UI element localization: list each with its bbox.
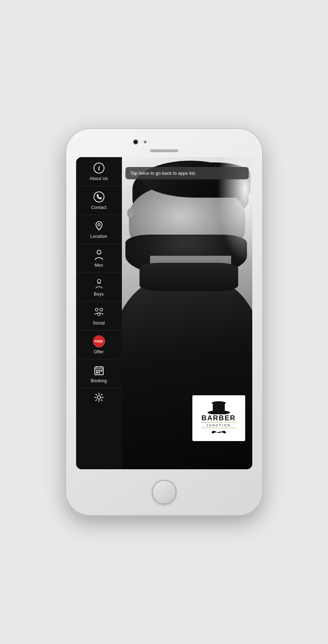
sidebar-label-boys: Boys [94, 292, 104, 297]
svg-point-18 [97, 396, 101, 399]
phone-speaker [150, 149, 178, 152]
location-icon [93, 219, 105, 232]
logo-junction-text: · JUNCTION · [201, 422, 236, 428]
svg-point-5 [97, 279, 101, 283]
booking-icon [93, 364, 105, 377]
logo-hat-icon [206, 400, 231, 414]
volume-mute-button[interactable] [65, 185, 66, 198]
svg-point-4 [97, 250, 101, 254]
home-button[interactable] [152, 480, 177, 504]
main-content: Tap twice to go back to apps list. BARBE… [122, 157, 252, 469]
settings-icon [93, 391, 105, 404]
logo-barber-text: BARBER [202, 414, 236, 421]
sidebar-label-men: Men [94, 263, 103, 268]
logo-mustache-icon [210, 429, 228, 436]
boys-icon [93, 277, 105, 290]
sidebar-item-offer[interactable]: FREE Offer [76, 330, 122, 359]
svg-point-2 [94, 192, 104, 202]
free-badge: FREE [93, 335, 105, 347]
men-icon [93, 248, 105, 261]
phone-screen: i About Us Contact [76, 157, 252, 469]
svg-rect-17 [98, 372, 100, 373]
svg-rect-15 [100, 370, 102, 371]
barber-junction-logo: BARBER · JUNCTION · [192, 395, 245, 441]
sidebar-item-settings[interactable] [76, 388, 122, 408]
social-icon [93, 306, 105, 319]
phone-dot [144, 141, 147, 143]
svg-point-6 [95, 308, 98, 311]
volume-up-button[interactable] [65, 205, 66, 226]
svg-point-7 [100, 308, 103, 311]
sidebar-label-about-us: About Us [90, 176, 108, 181]
notification-text: Tap twice to go back to apps list. [130, 171, 196, 176]
svg-point-21 [212, 401, 226, 405]
svg-text:i: i [98, 165, 100, 172]
volume-down-button[interactable] [65, 231, 66, 252]
svg-rect-16 [96, 372, 98, 373]
power-button[interactable] [262, 217, 264, 249]
sidebar-item-about-us[interactable]: i About Us [76, 157, 122, 186]
sidebar-item-boys[interactable]: Boys [76, 273, 122, 302]
notification-banner: Tap twice to go back to apps list. [125, 167, 249, 179]
phone-frame: i About Us Contact [66, 128, 263, 516]
svg-rect-13 [96, 370, 98, 371]
sidebar-label-contact: Contact [91, 205, 106, 210]
offer-icon: FREE [93, 335, 105, 348]
sidebar-item-social[interactable]: Social [76, 302, 122, 330]
sidebar-label-social: Social [93, 321, 105, 326]
info-icon: i [93, 162, 105, 174]
phone-camera [133, 140, 138, 144]
sidebar-item-men[interactable]: Men [76, 244, 122, 273]
sidebar-label-offer: Offer [94, 349, 104, 354]
sidebar-nav: i About Us Contact [76, 157, 122, 469]
sidebar-label-booking: Booking [91, 378, 107, 383]
phone-icon [93, 191, 105, 203]
sidebar-label-location: Location [91, 234, 107, 239]
sidebar-item-location[interactable]: Location [76, 215, 122, 244]
sidebar-item-contact[interactable]: Contact [76, 186, 122, 215]
svg-point-3 [98, 224, 100, 226]
sidebar-item-booking[interactable]: Booking [76, 359, 122, 388]
svg-rect-14 [98, 370, 100, 371]
